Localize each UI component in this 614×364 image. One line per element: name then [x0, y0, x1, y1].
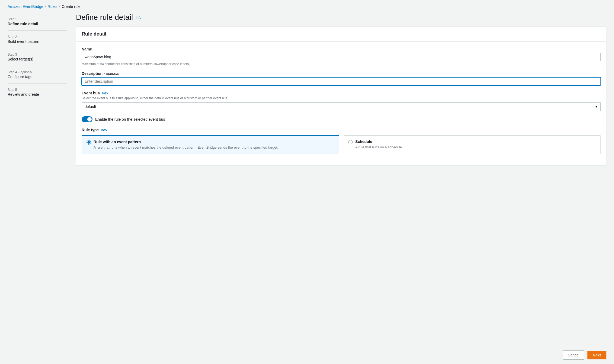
- rule-option-event-pattern-title: Rule with an event pattern: [94, 140, 278, 144]
- description-input[interactable]: [82, 77, 601, 85]
- sidebar-step-4-label: Step 4 – optional: [8, 70, 67, 74]
- rule-option-schedule-title: Schedule: [355, 139, 402, 144]
- breadcrumb-sep1: ›: [45, 5, 46, 8]
- sidebar-step-4[interactable]: Step 4 – optionalConfigure tags: [8, 66, 67, 84]
- sidebar-step-3-title: Select target(s): [8, 57, 67, 61]
- rule-detail-card: Rule detail Name Maximum of 64 character…: [76, 27, 606, 165]
- description-label: Description - optional: [82, 71, 601, 76]
- name-hint: Maximum of 64 characters consisting of n…: [82, 62, 601, 66]
- card-header: Rule detail: [76, 27, 606, 41]
- next-button[interactable]: Next: [587, 351, 606, 359]
- sidebar: Step 1Define rule detailStep 2Build even…: [8, 11, 67, 338]
- content: Define rule detail Info Rule detail Name…: [76, 11, 606, 338]
- event-bus-select[interactable]: default custom: [82, 102, 601, 111]
- enable-rule-toggle-row: Enable the rule on the selected event bu…: [82, 116, 601, 122]
- rule-option-event-pattern[interactable]: Rule with an event pattern A rule that r…: [82, 135, 339, 154]
- breadcrumb-sep2: ›: [59, 5, 60, 8]
- sidebar-step-2-title: Build event pattern: [8, 39, 67, 44]
- name-field-group: Name Maximum of 64 characters consisting…: [82, 47, 601, 66]
- toggle-slider: [82, 116, 92, 122]
- sidebar-step-5-title: Review and create: [8, 92, 67, 97]
- rule-type-info-link[interactable]: Info: [101, 128, 107, 132]
- main-layout: Step 1Define rule detailStep 2Build even…: [0, 11, 614, 346]
- event-bus-info-link[interactable]: Info: [102, 91, 108, 95]
- card-title: Rule detail: [82, 31, 106, 37]
- sidebar-step-1-title: Define rule detail: [8, 22, 67, 26]
- event-bus-select-wrapper: default custom ▼: [82, 102, 601, 111]
- breadcrumb-current: Create rule: [62, 4, 80, 9]
- sidebar-step-5[interactable]: Step 5Review and create: [8, 84, 67, 101]
- sidebar-step-4-title: Configure tags: [8, 75, 67, 79]
- rule-type-group: Rule type Info Rule with an event patter…: [82, 128, 601, 154]
- sidebar-step-1-label: Step 1: [8, 17, 67, 21]
- sidebar-step-3-label: Step 3: [8, 53, 67, 56]
- breadcrumb-home[interactable]: Amazon EventBridge: [8, 4, 43, 9]
- name-label: Name: [82, 47, 601, 51]
- event-bus-label-row: Event bus Info: [82, 91, 601, 95]
- footer: Cancel Next: [0, 346, 614, 364]
- sidebar-step-2[interactable]: Step 2Build event pattern: [8, 31, 67, 48]
- toggle-label: Enable the rule on the selected event bu…: [95, 117, 165, 122]
- page-title-row: Define rule detail Info: [76, 11, 606, 22]
- sidebar-step-2-label: Step 2: [8, 35, 67, 39]
- sidebar-step-3[interactable]: Step 3Select target(s): [8, 48, 67, 66]
- rule-type-label: Rule type: [82, 128, 99, 132]
- sidebar-step-5-label: Step 5: [8, 88, 67, 92]
- sidebar-step-1[interactable]: Step 1Define rule detail: [8, 13, 67, 31]
- breadcrumb: Amazon EventBridge › Rules › Create rule: [0, 0, 614, 11]
- page-title: Define rule detail: [76, 13, 133, 22]
- name-input[interactable]: [82, 53, 601, 61]
- rule-option-schedule[interactable]: Schedule A rule that runs on a schedule: [344, 135, 601, 154]
- rule-type-label-row: Rule type Info: [82, 128, 601, 132]
- event-bus-desc: Select the event bus this rule applies t…: [82, 96, 601, 100]
- event-bus-label: Event bus: [82, 91, 100, 95]
- breadcrumb-rules[interactable]: Rules: [48, 4, 57, 9]
- event-bus-field-group: Event bus Info Select the event bus this…: [82, 91, 601, 111]
- page-info-link[interactable]: Info: [136, 15, 142, 20]
- rule-option-schedule-desc: A rule that runs on a schedule: [355, 145, 402, 150]
- rule-option-schedule-content: Schedule A rule that runs on a schedule: [355, 139, 402, 150]
- cancel-button[interactable]: Cancel: [563, 350, 584, 360]
- card-body: Name Maximum of 64 characters consisting…: [76, 41, 606, 165]
- rule-radio-schedule[interactable]: [348, 140, 353, 144]
- rule-radio-event-pattern[interactable]: [87, 140, 91, 145]
- page-wrapper: Amazon EventBridge › Rules › Create rule…: [0, 0, 614, 364]
- rule-type-options: Rule with an event pattern A rule that r…: [82, 135, 601, 154]
- enable-rule-toggle[interactable]: [82, 116, 92, 122]
- rule-option-event-pattern-content: Rule with an event pattern A rule that r…: [94, 140, 278, 150]
- rule-option-event-pattern-desc: A rule that runs when an event matches t…: [94, 145, 278, 150]
- description-field-group: Description - optional: [82, 71, 601, 85]
